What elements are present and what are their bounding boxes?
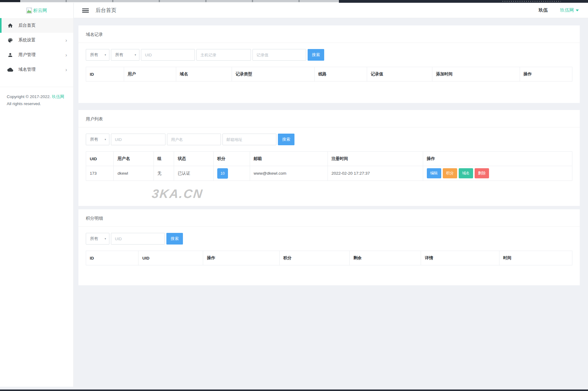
column-header: 域名 xyxy=(176,67,232,82)
chrome-artifact-tabs xyxy=(20,0,339,2)
column-header: 操作 xyxy=(203,251,279,265)
column-header: 线路 xyxy=(314,67,367,82)
chrome-artifact-text-marks xyxy=(503,1,561,2)
broken-image-icon xyxy=(26,7,32,14)
palette-icon xyxy=(7,37,13,43)
filter-username-input[interactable] xyxy=(167,134,221,145)
search-button[interactable]: 搜索 xyxy=(278,134,294,145)
sidebar-item-label: 后台首页 xyxy=(18,23,36,28)
table-header-row: ID 用户 域名 记录类型 线路 记录值 添加时间 操作 xyxy=(86,67,572,82)
caret-down-icon xyxy=(576,9,579,11)
chevron-right-icon: › xyxy=(65,52,67,58)
copyright-brand-link[interactable]: 玖伍网 xyxy=(52,94,64,99)
main-content: 域名记录 所有 ▾ 所有 ▾ 搜索 ID 用户 xyxy=(74,18,588,389)
card-domain-records: 域名记录 所有 ▾ 所有 ▾ 搜索 ID 用户 xyxy=(78,25,580,103)
search-button[interactable]: 搜索 xyxy=(308,49,324,61)
search-button[interactable]: 搜索 xyxy=(166,233,183,245)
column-header: 添加时间 xyxy=(432,67,520,82)
filter-email-input[interactable] xyxy=(222,134,276,145)
filter-uid-input[interactable] xyxy=(111,233,165,245)
home-icon xyxy=(7,23,13,28)
points-badge: 10 xyxy=(217,168,228,179)
filter-select-scope[interactable]: 所有 ▾ xyxy=(86,233,109,245)
chrome-artifact-segment xyxy=(0,0,20,2)
sidebar-item-domain-management[interactable]: 域名管理 › xyxy=(0,62,73,77)
edit-button[interactable]: 编辑 xyxy=(427,168,441,178)
column-header: 用户 xyxy=(124,67,176,82)
copyright-text: Copyright © 2017-2022. xyxy=(7,94,51,99)
column-header: 注册时间 xyxy=(328,152,423,166)
person-icon xyxy=(7,52,13,58)
points-detail-filters: 所有 ▾ 搜索 xyxy=(78,227,580,251)
domain-records-table: ID 用户 域名 记录类型 线路 记录值 添加时间 操作 xyxy=(86,67,572,82)
caret-down-icon: ▾ xyxy=(135,53,136,56)
filter-record-value-input[interactable] xyxy=(252,49,306,61)
cell-reg-time: 2022-02-20 17:27:37 xyxy=(328,166,423,181)
cell-group: 无 xyxy=(154,166,174,181)
sidebar-item-label: 用户管理 xyxy=(18,52,36,58)
cell-actions: 编辑 积分 域名 删除 xyxy=(423,166,572,181)
chevron-right-icon: › xyxy=(65,67,67,72)
column-header: UID xyxy=(86,152,114,166)
filter-host-record-input[interactable] xyxy=(196,49,251,61)
card-title: 积分明细 xyxy=(78,209,580,227)
sidebar-item-label: 系统设置 xyxy=(18,37,36,43)
username-label: 玖伍 xyxy=(539,7,548,13)
copyright-rights: All rights reserved. xyxy=(7,100,66,107)
filter-uid-input[interactable] xyxy=(141,49,195,61)
logo-alt-text: 析云网 xyxy=(33,8,47,13)
column-header: 操作 xyxy=(520,67,572,82)
card-points-detail: 积分明细 所有 ▾ 搜索 ID UID 操作 积分 剩余 详情 xyxy=(78,209,580,285)
column-header: 操作 xyxy=(423,152,572,166)
filter-select-scope[interactable]: 所有 ▾ xyxy=(86,134,109,145)
column-header: 积分 xyxy=(213,152,250,166)
cell-email: www@dkewl.com xyxy=(250,166,328,181)
account-dropdown[interactable]: 玖伍网 xyxy=(560,7,579,13)
cell-status: 已认证 xyxy=(174,166,214,181)
card-user-list: 用户列表 所有 ▾ 搜索 UID 用户名 组 状态 积分 xyxy=(78,110,580,206)
column-header: 时间 xyxy=(499,251,572,265)
menu-toggle-icon[interactable] xyxy=(82,8,89,13)
column-header: UID xyxy=(138,251,203,265)
cell-uid: 173 xyxy=(86,166,114,181)
user-list-table: UID 用户名 组 状态 积分 邮箱 注册时间 操作 173 dkewl 无 已… xyxy=(86,151,572,181)
sidebar-item-user-management[interactable]: 用户管理 › xyxy=(0,47,73,62)
row-actions: 编辑 积分 域名 删除 xyxy=(427,168,568,178)
column-header: 状态 xyxy=(174,152,214,166)
domain-records-filters: 所有 ▾ 所有 ▾ 搜索 xyxy=(78,43,580,67)
caret-down-icon: ▾ xyxy=(104,53,106,56)
copyright: Copyright © 2017-2022. 玖伍网 All rights re… xyxy=(0,87,73,113)
table-header-row: ID UID 操作 积分 剩余 详情 时间 xyxy=(86,251,572,265)
sidebar-item-dashboard[interactable]: 后台首页 xyxy=(0,18,73,33)
column-header: 邮箱 xyxy=(250,152,328,166)
caret-down-icon: ▾ xyxy=(104,237,106,240)
column-header: 用户名 xyxy=(114,152,154,166)
logo[interactable]: 析云网 xyxy=(0,3,73,18)
column-header: ID xyxy=(86,251,138,265)
user-list-filters: 所有 ▾ 搜索 xyxy=(78,127,580,151)
filter-uid-input[interactable] xyxy=(111,134,165,145)
column-header: 积分 xyxy=(279,251,350,265)
header-bar: 后台首页 玖伍 玖伍网 xyxy=(74,3,588,18)
domain-button[interactable]: 域名 xyxy=(459,168,473,178)
cloud-icon xyxy=(7,67,13,73)
account-dropdown-label: 玖伍网 xyxy=(560,7,574,13)
cell-username: dkewl xyxy=(114,166,154,181)
delete-button[interactable]: 删除 xyxy=(475,168,489,178)
column-header: 剩余 xyxy=(350,251,421,265)
points-detail-table: ID UID 操作 积分 剩余 详情 时间 xyxy=(86,251,572,265)
points-button[interactable]: 积分 xyxy=(443,168,457,178)
column-header: 组 xyxy=(154,152,174,166)
browser-chrome-bottom-artifact xyxy=(0,389,588,391)
cell-points: 10 xyxy=(213,166,250,181)
filter-select-record-type[interactable]: 所有 ▾ xyxy=(111,49,139,61)
caret-down-icon: ▾ xyxy=(104,138,106,141)
filter-select-scope[interactable]: 所有 ▾ xyxy=(86,49,109,61)
column-header: 记录值 xyxy=(367,67,432,82)
column-header: 详情 xyxy=(421,251,499,265)
column-header: 记录类型 xyxy=(232,67,315,82)
table-header-row: UID 用户名 组 状态 积分 邮箱 注册时间 操作 xyxy=(86,152,572,166)
sidebar-menu: 后台首页 系统设置 › 用户管理 › 域名管理 › xyxy=(0,18,73,77)
table-row: 173 dkewl 无 已认证 10 www@dkewl.com 2022-02… xyxy=(86,166,572,181)
sidebar-item-system-settings[interactable]: 系统设置 › xyxy=(0,33,73,47)
